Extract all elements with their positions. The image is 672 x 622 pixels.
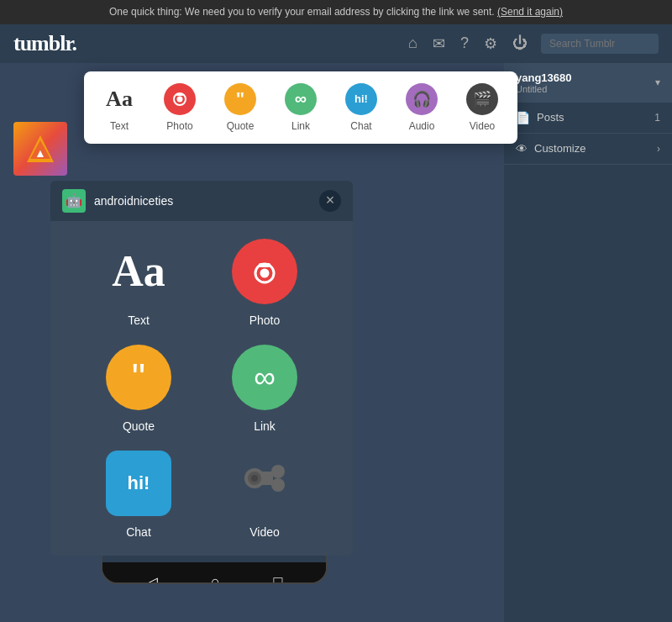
main-area: ▲ Aa Text Photo [0, 63, 672, 622]
video-toolbar-label: Video [470, 120, 495, 132]
phone-back-button[interactable]: ◁ [146, 573, 158, 584]
video-toolbar-icon: 🎬 [466, 83, 498, 115]
link-toolbar-icon: ∞ [285, 83, 317, 115]
panel-item-photo[interactable]: Photo [202, 238, 328, 327]
panel-item-video[interactable]: Video [202, 450, 328, 539]
panel-chat-bubble: hi! [106, 451, 171, 516]
customize-chevron: › [657, 143, 660, 155]
posts-icon: 📄 [516, 111, 530, 124]
search-input[interactable] [541, 34, 659, 54]
customize-icon: 👁 [516, 142, 528, 156]
panel-text-icon: Aa [105, 238, 172, 305]
sidebar-customize-left: 👁 Customize [516, 142, 585, 156]
panel-link-circle: ∞ [232, 345, 297, 410]
sidebar-menu-posts[interactable]: 📄 Posts 1 [504, 103, 672, 134]
svg-rect-5 [176, 93, 183, 96]
photo-toolbar-icon [164, 83, 196, 115]
svg-point-13 [271, 478, 285, 492]
sidebar-menu-customize[interactable]: 👁 Customize › [504, 134, 672, 165]
panel-photo-icon [231, 238, 298, 305]
panel-photo-circle [232, 239, 297, 304]
camera-large-icon [248, 255, 281, 288]
chat-toolbar-icon: hi! [345, 83, 377, 115]
post-panel: 🤖 androidniceties × Aa Text [50, 181, 353, 556]
phone-recent-button[interactable]: □ [273, 573, 282, 584]
top-nav: tumblr. ⌂ ✉ ? ⚙ ⏻ [0, 24, 672, 63]
panel-text-label: Text [128, 314, 150, 327]
link-toolbar-label: Link [291, 120, 310, 132]
sidebar-username: yang13680 [516, 71, 572, 84]
chat-toolbar-label: Chat [350, 120, 371, 132]
left-area: ▲ Aa Text Photo [0, 63, 504, 622]
blog-header: ▲ [13, 122, 67, 176]
power-icon[interactable]: ⏻ [512, 34, 528, 52]
toolbar-item-quote[interactable]: " Quote [222, 83, 259, 132]
post-panel-grid: Aa Text Photo [50, 221, 353, 556]
settings-icon[interactable]: ⚙ [484, 34, 497, 53]
quote-toolbar-icon: " [224, 83, 256, 115]
svg-point-11 [251, 475, 258, 482]
avatar-logo: ▲ [24, 132, 57, 166]
panel-item-quote[interactable]: " Quote [76, 344, 202, 433]
toolbar-item-video[interactable]: 🎬 Video [464, 83, 501, 132]
customize-label: Customize [534, 142, 585, 155]
svg-point-4 [177, 96, 183, 102]
panel-video-icon [231, 450, 298, 517]
svg-text:▲: ▲ [34, 146, 46, 160]
panel-item-link[interactable]: ∞ Link [202, 344, 328, 433]
phone-home-button[interactable]: ○ [211, 573, 220, 584]
sidebar-posts-left: 📄 Posts [516, 111, 564, 124]
panel-link-icon: ∞ [231, 344, 298, 411]
home-icon[interactable]: ⌂ [408, 34, 417, 52]
toolbar-item-photo[interactable]: Photo [161, 83, 198, 132]
svg-rect-8 [259, 263, 270, 267]
panel-quote-label: Quote [123, 419, 155, 433]
panel-chat-label: Chat [126, 525, 151, 539]
svg-point-12 [271, 465, 285, 478]
panel-video-symbol [232, 451, 297, 516]
panel-link-label: Link [254, 419, 276, 433]
audio-toolbar-label: Audio [409, 120, 435, 132]
notification-bar: One quick thing: We need you to verify y… [0, 0, 672, 24]
panel-item-text[interactable]: Aa Text [76, 238, 202, 327]
sidebar-user-info: yang13680 Untitled [516, 71, 572, 94]
help-icon[interactable]: ? [460, 34, 469, 52]
phone-nav-bar: ◁ ○ □ [102, 562, 326, 584]
toolbar-item-link[interactable]: ∞ Link [282, 83, 319, 132]
svg-point-7 [260, 268, 270, 277]
toolbar-item-chat[interactable]: hi! Chat [343, 83, 380, 132]
quote-toolbar-label: Quote [227, 120, 255, 132]
notification-text: One quick thing: We need you to verify y… [109, 6, 495, 18]
text-toolbar-label: Text [110, 120, 129, 132]
post-panel-blog-icon: 🤖 [62, 189, 86, 213]
panel-text-symbol: Aa [112, 250, 165, 293]
audio-toolbar-icon: 🎧 [406, 83, 438, 115]
mail-icon[interactable]: ✉ [433, 34, 445, 53]
panel-photo-label: Photo [249, 314, 281, 327]
svg-rect-14 [261, 472, 273, 485]
post-panel-title: androidniceties [94, 194, 311, 208]
post-panel-close-button[interactable]: × [319, 190, 341, 212]
panel-chat-icon: hi! [105, 450, 172, 517]
logo[interactable]: tumblr. [13, 31, 76, 56]
panel-quote-circle: " [106, 345, 171, 410]
posts-count: 1 [654, 112, 660, 124]
panel-item-chat[interactable]: hi! Chat [76, 450, 202, 539]
sidebar-user-chevron: ▾ [655, 76, 660, 88]
panel-quote-icon: " [105, 344, 172, 411]
resend-link[interactable]: (Send it again) [497, 6, 563, 18]
posts-label: Posts [537, 111, 564, 124]
post-panel-header: 🤖 androidniceties × [50, 181, 353, 221]
photo-toolbar-label: Photo [166, 120, 192, 132]
sidebar-blog-name: Untitled [516, 84, 572, 94]
camera-icon [171, 90, 189, 108]
video-camera-icon [236, 455, 293, 512]
toolbar-item-audio[interactable]: 🎧 Audio [403, 83, 440, 132]
text-toolbar-icon: Aa [103, 83, 135, 115]
toolbar-item-text[interactable]: Aa Text [101, 83, 138, 132]
post-toolbar: Aa Text Photo " Quote [84, 71, 517, 144]
panel-video-label: Video [249, 525, 280, 539]
sidebar-user[interactable]: yang13680 Untitled ▾ [504, 63, 672, 103]
nav-icons: ⌂ ✉ ? ⚙ ⏻ [408, 34, 528, 53]
right-sidebar: yang13680 Untitled ▾ 📄 Posts 1 👁 Customi… [504, 63, 672, 622]
